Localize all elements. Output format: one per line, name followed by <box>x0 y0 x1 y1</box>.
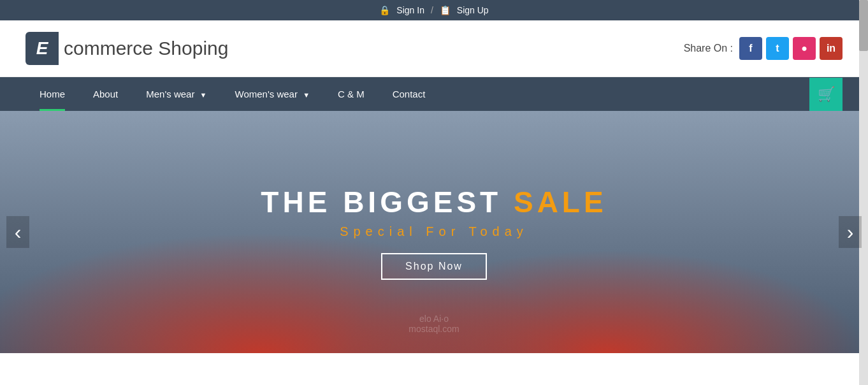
share-label: Share On : <box>684 43 733 54</box>
nav-items: Home About Men's wear ▼ Women's wear ▼ C… <box>25 77 809 111</box>
nav-item-home: Home <box>25 77 79 111</box>
nav-link-cm[interactable]: C & M <box>324 77 379 111</box>
logo-icon: E <box>25 32 59 65</box>
logo: E commerce Shoping <box>25 32 228 65</box>
divider: / <box>431 5 433 15</box>
instagram-btn[interactable]: ● <box>793 37 816 60</box>
social-icons: f t ● in <box>739 37 843 60</box>
hero-section: ‹ THE BIGGEST SALE Special For Today Sho… <box>0 111 868 353</box>
navbar: Home About Men's wear ▼ Women's wear ▼ C… <box>0 77 868 111</box>
facebook-btn[interactable]: f <box>739 37 762 60</box>
shop-now-button[interactable]: Shop Now <box>381 253 487 280</box>
hero-content: THE BIGGEST SALE Special For Today Shop … <box>261 185 607 280</box>
mens-wear-arrow: ▼ <box>200 91 207 99</box>
logo-text: commerce Shoping <box>59 38 228 59</box>
hero-title: THE BIGGEST SALE <box>261 185 607 219</box>
lock-icon: 🔒 <box>379 5 390 15</box>
hero-title-text: THE BIGGEST <box>261 185 514 219</box>
nav-link-home[interactable]: Home <box>25 77 79 111</box>
hero-subtitle: Special For Today <box>261 224 607 239</box>
linkedin-btn[interactable]: in <box>820 37 843 60</box>
signup-link[interactable]: Sign Up <box>457 5 489 15</box>
signin-link[interactable]: Sign In <box>396 5 424 15</box>
signup-icon: 📋 <box>440 5 451 15</box>
womens-wear-arrow: ▼ <box>303 91 310 99</box>
scrollbar-thumb[interactable] <box>859 0 868 51</box>
scrollbar[interactable] <box>859 0 868 353</box>
hero-next-arrow[interactable]: › <box>839 216 862 248</box>
cart-button[interactable]: 🛒 <box>809 78 843 111</box>
nav-link-about[interactable]: About <box>79 77 132 111</box>
nav-link-contact[interactable]: Contact <box>379 77 440 111</box>
nav-item-mens-wear: Men's wear ▼ <box>132 77 221 111</box>
top-bar: 🔒 Sign In / 📋 Sign Up <box>0 0 868 20</box>
hero-prev-arrow[interactable]: ‹ <box>6 216 29 248</box>
nav-item-about: About <box>79 77 132 111</box>
share-section: Share On : f t ● in <box>684 37 843 60</box>
nav-item-womens-wear: Women's wear ▼ <box>221 77 324 111</box>
nav-item-cm: C & M <box>324 77 379 111</box>
nav-link-mens-wear[interactable]: Men's wear ▼ <box>132 77 221 111</box>
nav-item-contact: Contact <box>379 77 440 111</box>
header: E commerce Shoping Share On : f t ● in <box>0 20 868 77</box>
hero-title-sale: SALE <box>514 185 607 219</box>
twitter-btn[interactable]: t <box>766 37 789 60</box>
nav-link-womens-wear[interactable]: Women's wear ▼ <box>221 77 324 111</box>
